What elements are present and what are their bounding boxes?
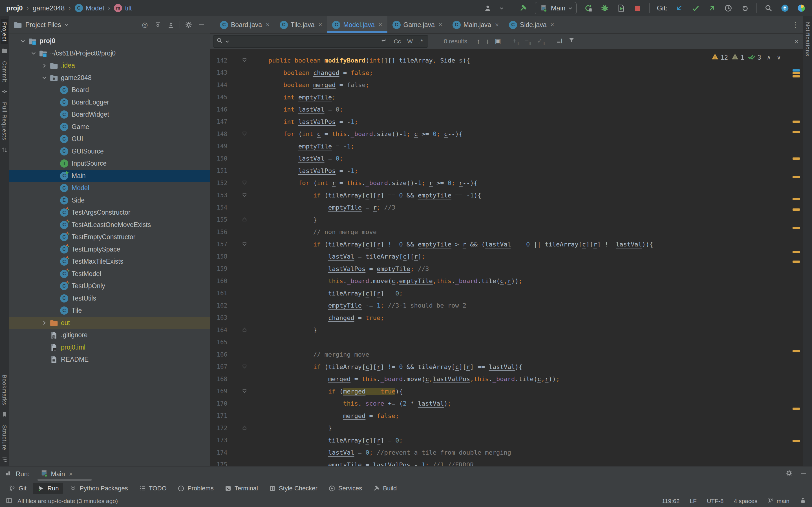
locate-file-button[interactable]: ◎ [141,20,149,29]
previous-occurrence-button[interactable]: ↑ [477,37,480,45]
tree-item--cs61b-project0-proj0[interactable]: ~/cs61B/Project0/proj0 [9,47,210,60]
error-stripe-mark[interactable] [793,75,800,77]
tree-item-proj0[interactable]: proj0 [9,35,210,47]
add-selection-button[interactable]: +II [513,37,519,46]
error-stripe-mark[interactable] [793,176,800,178]
tool-window-button-python-packages[interactable]: Python Packages [65,483,132,494]
tool-window-layout-icon[interactable] [5,470,11,478]
search-filter-funnel-button[interactable] [568,37,575,45]
sidebar-item-project[interactable]: Project [1,19,8,44]
filter-search-button[interactable]: ≡I [557,37,563,45]
fold-marker-icon[interactable] [227,180,251,186]
tree-item-testuponly[interactable]: CTestUpOnly [9,280,210,292]
chevron-down-icon[interactable] [30,50,37,57]
breadcrumb-item-proj0[interactable]: proj0 [6,4,23,12]
tree-item-proj0-iml[interactable]: proj0.iml [9,341,210,354]
remove-selection-button[interactable]: −II [525,37,531,46]
tab-tile-java[interactable]: CTile.java× [274,16,327,33]
run-configuration-select[interactable]: Main [535,2,576,14]
tool-window-button-problems[interactable]: Problems [173,483,218,494]
tool-window-button-terminal[interactable]: Terminal [220,483,262,494]
tool-window-button-todo[interactable]: TODO [134,483,171,494]
tree-item-boardlogger[interactable]: CBoardLogger [9,96,210,109]
fold-marker-icon[interactable] [227,364,251,370]
tool-window-button-run[interactable]: Run [33,483,63,494]
chevron-down-icon[interactable] [19,38,27,45]
tree-item-board[interactable]: CBoard [9,84,210,96]
fold-marker-icon[interactable] [227,131,251,137]
tree-item-side[interactable]: ESide [9,194,210,207]
fold-marker-icon[interactable] [227,425,251,431]
ide-update-icon[interactable] [780,4,790,13]
debug-button[interactable] [600,4,609,13]
breadcrumb-item-tilt[interactable]: mtilt [114,4,132,12]
project-view-select[interactable]: Project Files [13,20,68,29]
previous-problem-button[interactable]: ∧ [767,54,771,61]
close-icon[interactable]: × [69,470,72,478]
error-stripe-mark[interactable] [793,72,800,74]
minimize-run-panel-button[interactable] [800,470,807,478]
line-separator[interactable]: LF [690,498,697,504]
error-stripe-mark[interactable] [793,131,800,133]
run-settings-gear-button[interactable] [785,469,793,478]
sidebar-item-commit[interactable]: Commit [1,58,8,85]
next-occurrence-button[interactable]: ↓ [486,37,489,45]
fold-marker-icon[interactable] [227,57,251,63]
status-panel-icon[interactable] [6,497,12,505]
close-icon[interactable]: × [378,21,382,29]
build-hammer-icon[interactable] [518,4,527,13]
error-stripe-mark[interactable] [793,350,800,352]
run-with-coverage-button[interactable] [617,4,626,13]
tree-item-guisource[interactable]: CGUISource [9,145,210,158]
chevron-right-icon[interactable] [41,62,48,69]
file-encoding[interactable]: UTF-8 [707,498,724,504]
tree-item--gitignore[interactable]: .gitignore [9,329,210,341]
tree-item-readme[interactable]: README [9,353,210,366]
tree-item-game[interactable]: CGame [9,121,210,133]
close-icon[interactable]: × [319,21,322,29]
error-stripe-mark[interactable] [793,121,800,123]
error-stripe-mark[interactable] [793,227,800,229]
error-stripe-scrollbar[interactable] [790,49,803,466]
rollback-button[interactable] [740,4,749,13]
breadcrumb-item-model[interactable]: CModel [75,4,104,12]
error-stripe-mark[interactable] [793,440,800,442]
tree-item-tile[interactable]: CTile [9,304,210,317]
code-editor[interactable]: 1421431441451461471481491501511521531541… [210,49,803,466]
fold-marker-icon[interactable] [227,241,251,247]
fold-marker-icon[interactable] [227,388,251,394]
close-icon[interactable]: × [439,21,442,29]
close-find-bar-button[interactable]: × [795,38,799,45]
expand-all-button[interactable] [154,20,162,29]
tree-item--idea[interactable]: .idea [9,59,210,72]
tree-item-testutils[interactable]: CTestUtils [9,292,210,305]
tool-window-button-build[interactable]: Build [368,483,401,494]
tree-item-game2048[interactable]: game2048 [9,72,210,84]
breadcrumb-item-game2048[interactable]: game2048 [33,4,64,12]
match-case-toggle[interactable]: Cc [392,38,403,45]
tree-item-testmaxtileexists[interactable]: CTestMaxTileExists [9,256,210,268]
tree-item-boardwidget[interactable]: CBoardWidget [9,108,210,121]
collapse-all-button[interactable] [167,20,175,29]
fold-marker-icon[interactable] [227,217,251,223]
tab-main-java[interactable]: CMain.java× [448,16,504,33]
git-commit-button[interactable] [691,4,700,13]
error-stripe-mark[interactable] [793,69,800,71]
run-button[interactable] [584,4,593,13]
inspections-widget[interactable]: 12 1 3 ∧ ∨ [711,53,781,62]
error-stripe-mark[interactable] [793,251,800,253]
history-button[interactable] [724,4,733,13]
chevron-right-icon[interactable] [41,319,48,327]
tree-item-model[interactable]: CModel [9,182,210,194]
tree-item-testemptyspace[interactable]: CTestEmptySpace [9,243,210,256]
error-stripe-mark[interactable] [793,261,800,263]
next-problem-button[interactable]: ∨ [777,54,781,61]
tree-item-testatleastonemoveexists[interactable]: CTestAtLeastOneMoveExists [9,219,210,231]
tool-window-button-style-checker[interactable]: Style Checker [264,483,322,494]
error-stripe-mark[interactable] [793,198,800,200]
tree-item-testargsconstructor[interactable]: CTestArgsConstructor [9,207,210,219]
tree-item-out[interactable]: out [9,317,210,329]
sidebar-item-structure[interactable]: Structure [1,422,8,453]
error-stripe-mark[interactable] [793,209,800,211]
error-stripe-mark[interactable] [793,407,800,410]
